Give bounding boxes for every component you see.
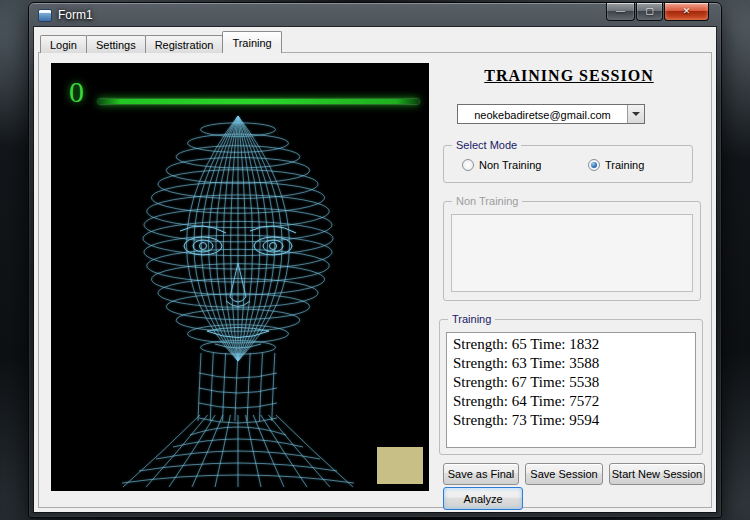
save-as-final-button[interactable]: Save as Final	[443, 463, 519, 485]
minimize-button[interactable]: —	[606, 3, 635, 21]
chevron-down-icon[interactable]	[627, 105, 644, 123]
maximize-icon: ▢	[645, 7, 654, 16]
strength-line	[98, 99, 419, 104]
training-log-line: Strength: 65 Time: 1832	[453, 335, 689, 354]
maximize-button[interactable]: ▢	[636, 3, 663, 21]
close-button[interactable]: ✕	[664, 3, 709, 21]
training-group: Training Strength: 65 Time: 1832 Strengt…	[439, 319, 703, 455]
training-log-line: Strength: 67 Time: 5538	[453, 373, 689, 392]
window-title: Form1	[58, 8, 93, 22]
start-new-session-button[interactable]: Start New Session	[609, 463, 705, 485]
face-viewer: 0	[51, 63, 429, 491]
non-training-group: Non Training	[443, 201, 701, 301]
radio-checked-icon	[588, 159, 600, 171]
training-log-line: Strength: 63 Time: 3588	[453, 354, 689, 373]
minimize-icon: —	[616, 7, 625, 16]
tab-registration[interactable]: Registration	[145, 35, 224, 53]
training-log-line: Strength: 64 Time: 7572	[453, 392, 689, 411]
close-icon: ✕	[683, 7, 691, 16]
radio-unchecked-icon	[462, 159, 474, 171]
select-mode-group: Select Mode Non Training Training	[443, 145, 693, 183]
non-training-label: Non Training	[452, 195, 522, 207]
client-area: Login Settings Registration Training 0 T…	[34, 27, 716, 512]
tab-training[interactable]: Training	[222, 31, 281, 53]
radio-training[interactable]: Training	[588, 159, 644, 171]
tab-settings[interactable]: Settings	[86, 35, 146, 53]
tab-strip: Login Settings Registration Training	[40, 31, 281, 53]
desktop-background: Form1 — ▢ ✕ Login Settings Registration …	[0, 0, 750, 520]
form-icon	[38, 9, 52, 22]
training-label: Training	[448, 313, 495, 325]
radio-non-training-label: Non Training	[479, 159, 541, 171]
save-session-button[interactable]: Save Session	[525, 463, 603, 485]
training-textbox[interactable]: Strength: 65 Time: 1832 Strength: 63 Tim…	[446, 332, 696, 448]
khaki-overlay	[377, 447, 423, 484]
radio-non-training[interactable]: Non Training	[462, 159, 541, 171]
caption-buttons: — ▢ ✕	[606, 3, 709, 21]
radio-training-label: Training	[605, 159, 644, 171]
app-window: Form1 — ▢ ✕ Login Settings Registration …	[28, 2, 722, 518]
account-email: neokebadiretse@gmail.com	[458, 108, 627, 121]
training-log-line: Strength: 73 Time: 9594	[453, 411, 689, 430]
titlebar[interactable]: Form1 — ▢ ✕	[29, 3, 721, 27]
page-title: TRAINING SESSION	[431, 67, 707, 85]
wireframe-head	[51, 63, 429, 491]
non-training-textbox	[451, 214, 693, 292]
analyze-button[interactable]: Analyze	[443, 487, 523, 510]
select-mode-label: Select Mode	[452, 139, 521, 151]
strength-counter: 0	[69, 75, 84, 109]
training-tab-page: 0 TRAINING SESSION neokebadiretse@gmail.…	[38, 52, 712, 508]
tab-login[interactable]: Login	[40, 35, 87, 53]
account-combobox[interactable]: neokebadiretse@gmail.com	[457, 104, 645, 124]
